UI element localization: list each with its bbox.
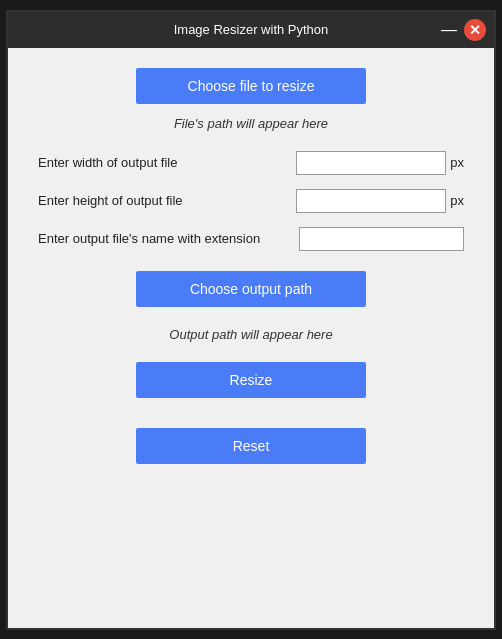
width-row: Enter width of output file px	[38, 151, 464, 175]
filename-row: Enter output file's name with extension	[38, 227, 464, 251]
main-window: Image Resizer with Python — ✕ Choose fil…	[6, 10, 496, 630]
close-button[interactable]: ✕	[464, 19, 486, 41]
height-row: Enter height of output file px	[38, 189, 464, 213]
width-px-label: px	[450, 155, 464, 170]
window-title: Image Resizer with Python	[174, 22, 329, 37]
file-path-display: File's path will appear here	[174, 116, 328, 131]
output-path-display: Output path will appear here	[169, 327, 332, 342]
reset-button[interactable]: Reset	[136, 428, 366, 464]
window-controls: — ✕	[438, 19, 486, 41]
height-label: Enter height of output file	[38, 193, 296, 208]
width-input[interactable]	[296, 151, 446, 175]
content-area: Choose file to resize File's path will a…	[8, 48, 494, 628]
height-px-label: px	[450, 193, 464, 208]
filename-input[interactable]	[299, 227, 464, 251]
resize-button[interactable]: Resize	[136, 362, 366, 398]
title-bar: Image Resizer with Python — ✕	[8, 12, 494, 48]
height-input[interactable]	[296, 189, 446, 213]
choose-file-button[interactable]: Choose file to resize	[136, 68, 366, 104]
choose-output-button[interactable]: Choose output path	[136, 271, 366, 307]
filename-label: Enter output file's name with extension	[38, 231, 299, 246]
width-label: Enter width of output file	[38, 155, 296, 170]
minimize-button[interactable]: —	[438, 19, 460, 41]
form-section: Enter width of output file px Enter heig…	[38, 151, 464, 251]
